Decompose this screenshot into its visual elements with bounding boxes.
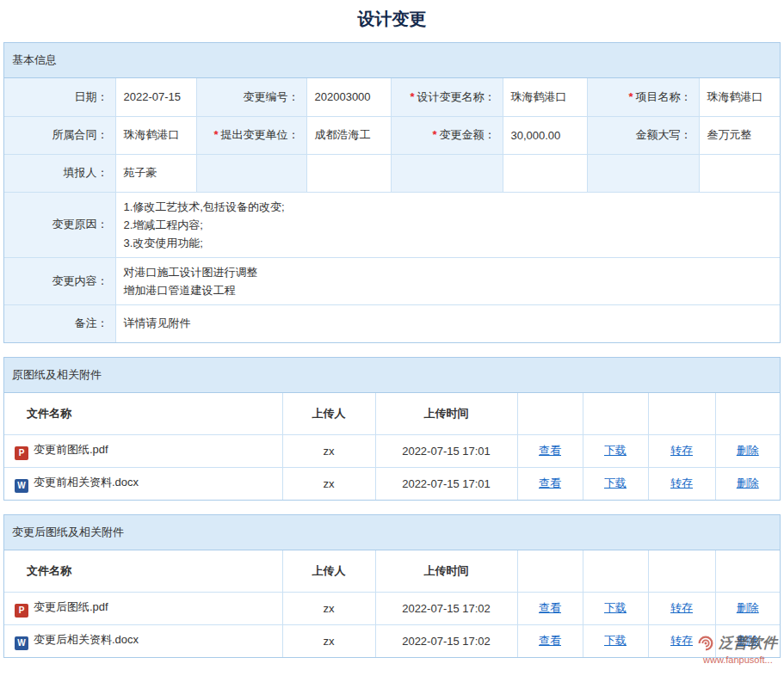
upload-time-cell: 2022-07-15 17:02 [375,592,517,624]
column-header-empty [715,393,780,434]
attachments-after-section: 变更后图纸及相关附件 文件名称 上传人 上传时间 P变更后图纸.pdf zx 2… [3,514,781,658]
delete-link[interactable]: 删除 [737,476,759,489]
attachments-before-section: 原图纸及相关附件 文件名称 上传人 上传时间 P变更前图纸.pdf zx 202… [3,357,781,501]
uploader-cell: zx [282,592,375,624]
required-mark: * [432,128,436,141]
empty-label-cell [391,154,503,192]
column-header-empty [517,393,583,434]
uploader-cell: zx [282,624,375,657]
required-mark: * [628,90,633,103]
table-row: W变更后相关资料.docx zx 2022-07-15 17:02 查看 下载 … [4,624,780,657]
date-value: 2022-07-15 [115,78,196,116]
change-no-label: 变更编号： [196,78,306,116]
column-header-empty [648,393,715,434]
contract-value: 珠海鹤港口 [115,116,196,154]
empty-value-cell [306,154,391,192]
reason-value: 1.修改工艺技术,包括设备的改变; 2.增减工程内容; 3.改变使用功能; [115,192,780,257]
file-name-cell: P变更后图纸.pdf [4,592,282,624]
column-header-file-name: 文件名称 [4,550,282,592]
empty-value-cell [503,154,587,192]
download-link[interactable]: 下载 [604,601,627,614]
design-change-name-label: *设计变更名称： [391,78,503,116]
column-header-empty [583,550,648,592]
attachments-after-section-title: 变更后图纸及相关附件 [4,515,780,550]
column-header-upload-time: 上传时间 [375,393,517,434]
view-link[interactable]: 查看 [539,601,561,614]
upload-time-cell: 2022-07-15 17:01 [375,434,517,467]
required-mark: * [213,128,218,141]
delete-link[interactable]: 删除 [737,634,759,647]
download-link[interactable]: 下载 [604,444,627,457]
column-header-uploader: 上传人 [282,393,375,434]
file-name-cell: P变更前图纸.pdf [4,434,282,467]
table-row: W变更前相关资料.docx zx 2022-07-15 17:01 查看 下载 … [4,467,780,500]
propose-unit-value: 成都浩海工 [306,116,391,154]
column-header-file-name: 文件名称 [4,393,282,434]
amount-value: 30,000.00 [503,116,587,154]
content-label: 变更内容： [4,257,115,304]
propose-unit-label: *提出变更单位： [196,116,306,154]
view-link[interactable]: 查看 [539,476,561,489]
download-link[interactable]: 下载 [604,634,627,647]
project-name-label: *项目名称： [587,78,699,116]
basic-info-section: 基本信息 日期： 2022-07-15 变更编号： 202003000 *设计变… [3,42,781,343]
filler-value: 苑子豪 [115,154,196,192]
file-name-cell: W变更后相关资料.docx [4,624,282,657]
download-link[interactable]: 下载 [604,476,627,489]
empty-value-cell [699,154,780,192]
word-icon: W [15,479,28,493]
save-as-link[interactable]: 转存 [670,634,693,647]
page-title: 设计变更 [0,0,784,42]
uploader-cell: zx [282,467,375,500]
view-link[interactable]: 查看 [539,444,561,457]
attachments-before-section-title: 原图纸及相关附件 [4,358,780,393]
save-as-link[interactable]: 转存 [670,601,693,614]
delete-link[interactable]: 删除 [737,601,759,614]
delete-link[interactable]: 删除 [737,444,759,457]
project-name-value: 珠海鹤港口 [699,78,780,116]
remark-label: 备注： [4,304,115,342]
upload-time-cell: 2022-07-15 17:01 [375,467,517,500]
column-header-empty [517,550,583,592]
required-mark: * [410,90,414,103]
filler-label: 填报人： [4,154,115,192]
remark-value: 详情请见附件 [115,304,780,342]
content-value: 对港口施工设计图进行调整 增加港口管道建设工程 [115,257,780,304]
reason-label: 变更原因： [4,192,115,257]
column-header-empty [583,393,648,434]
table-row: P变更前图纸.pdf zx 2022-07-15 17:01 查看 下载 转存 … [4,434,780,467]
column-header-empty [648,550,715,592]
view-link[interactable]: 查看 [539,634,561,647]
file-name-cell: W变更前相关资料.docx [4,467,282,500]
date-label: 日期： [4,78,115,116]
contract-label: 所属合同： [4,116,115,154]
save-as-link[interactable]: 转存 [670,476,693,489]
change-no-value: 202003000 [306,78,391,116]
save-as-link[interactable]: 转存 [670,444,693,457]
pdf-icon: P [15,604,28,618]
uploader-cell: zx [282,434,375,467]
basic-info-section-title: 基本信息 [4,43,780,78]
column-header-upload-time: 上传时间 [375,550,517,592]
design-change-name-value: 珠海鹤港口 [503,78,587,116]
column-header-uploader: 上传人 [282,550,375,592]
empty-label-cell [587,154,699,192]
pdf-icon: P [15,446,28,460]
amount-caps-value: 叁万元整 [699,116,780,154]
upload-time-cell: 2022-07-15 17:02 [375,624,517,657]
amount-caps-label: 金额大写： [587,116,699,154]
table-row: P变更后图纸.pdf zx 2022-07-15 17:02 查看 下载 转存 … [4,592,780,624]
column-header-empty [715,550,780,592]
amount-label: *变更金额： [391,116,503,154]
word-icon: W [15,636,28,650]
empty-label-cell [196,154,306,192]
